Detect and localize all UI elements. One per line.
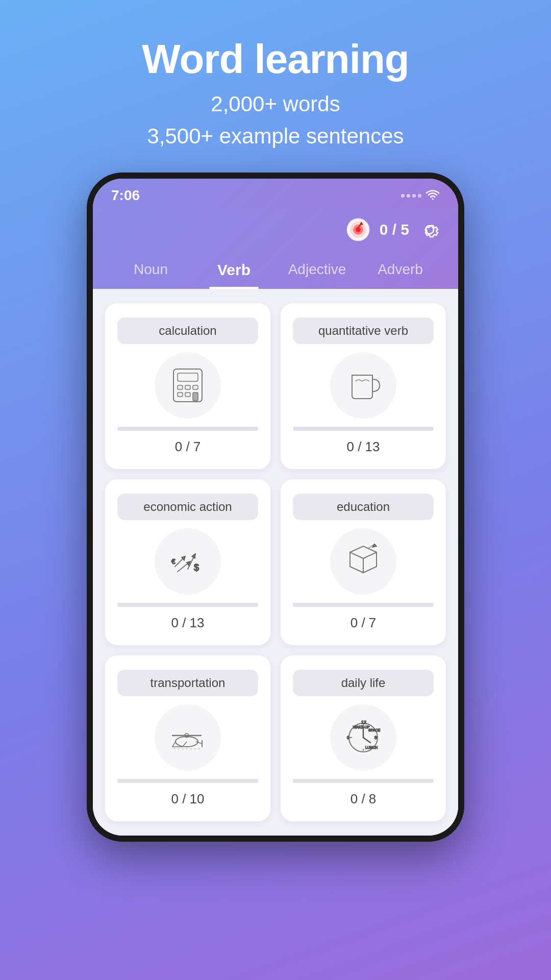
- helicopter-icon: [167, 717, 208, 758]
- card-progress-economic: [117, 603, 258, 607]
- card-label-economic: economic action: [117, 494, 258, 520]
- svg-text:$: $: [194, 562, 199, 573]
- card-icon-quantitative: [330, 352, 396, 419]
- svg-rect-9: [185, 385, 190, 389]
- svg-rect-10: [193, 385, 198, 389]
- card-icon-calculation: [155, 352, 221, 419]
- svg-rect-13: [193, 393, 198, 401]
- tab-verb[interactable]: Verb: [192, 253, 276, 289]
- card-label-quantitative: quantitative verb: [293, 317, 434, 344]
- card-progress-education: [293, 603, 434, 607]
- card-icon-education: [330, 528, 396, 595]
- svg-text:3: 3: [374, 735, 377, 740]
- card-label-transportation: transportation: [117, 670, 258, 696]
- card-label-education: education: [293, 494, 434, 520]
- card-score-quantitative: 0 / 13: [346, 439, 380, 455]
- svg-marker-23: [372, 544, 377, 547]
- card-label-daily-life: daily life: [293, 670, 434, 696]
- tab-adverb[interactable]: Adverb: [359, 253, 442, 289]
- svg-line-32: [363, 738, 370, 743]
- svg-text:LUNCH: LUNCH: [365, 746, 378, 749]
- score-display: 0 / 5: [380, 221, 409, 238]
- cards-grid: calculation: [105, 303, 446, 821]
- card-score-economic: 0 / 13: [171, 615, 204, 631]
- target-icon: [345, 216, 371, 243]
- status-time: 7:06: [111, 187, 140, 204]
- mug-icon: [343, 365, 384, 406]
- card-education[interactable]: education 0 / 7: [281, 479, 446, 645]
- clock-icon: 12 3 9 WAKE-UP LUNCH SPACE: [343, 717, 384, 758]
- book-icon: [343, 541, 384, 582]
- svg-rect-12: [185, 393, 190, 397]
- status-icons: [401, 190, 440, 201]
- svg-text:9: 9: [347, 735, 349, 740]
- card-economic-action[interactable]: economic action $ €: [105, 479, 270, 645]
- svg-rect-7: [178, 373, 198, 381]
- card-quantitative-verb[interactable]: quantitative verb 0 / 13: [281, 303, 446, 469]
- card-transportation[interactable]: transportation: [105, 655, 270, 821]
- svg-rect-11: [178, 393, 183, 397]
- card-score-education: 0 / 7: [350, 615, 377, 631]
- wifi-icon: [425, 190, 440, 201]
- card-icon-economic: $ €: [155, 528, 221, 595]
- svg-text:SPACE: SPACE: [368, 728, 381, 732]
- app-title: Word learning: [142, 36, 409, 83]
- svg-text:12: 12: [361, 720, 366, 725]
- card-progress-calculation: [117, 427, 258, 431]
- phone-frame: 7:06: [87, 173, 464, 842]
- header-section: Word learning 2,000+ words 3,500+ exampl…: [142, 0, 409, 173]
- calculator-icon: [167, 365, 208, 406]
- card-label-calculation: calculation: [117, 317, 258, 344]
- card-icon-transportation: [155, 704, 221, 771]
- signal-dots: [401, 194, 421, 198]
- card-calculation[interactable]: calculation: [105, 303, 270, 469]
- phone-screen: 7:06: [93, 179, 458, 836]
- svg-text:WAKE-UP: WAKE-UP: [353, 725, 370, 729]
- card-progress-quantitative: [293, 427, 434, 431]
- svg-text:€: €: [171, 557, 176, 566]
- tab-adjective[interactable]: Adjective: [276, 253, 359, 289]
- app-subtitle: 2,000+ words 3,500+ example sentences: [142, 88, 409, 152]
- gear-icon[interactable]: [417, 217, 442, 242]
- card-score-daily-life: 0 / 8: [350, 791, 377, 807]
- tabs-bar: Noun Verb Adjective Adverb: [109, 253, 442, 289]
- card-progress-transportation: [117, 779, 258, 783]
- card-daily-life[interactable]: daily life 1: [281, 655, 446, 821]
- app-header-top: 0 / 5: [109, 216, 442, 243]
- app-header: 0 / 5 Noun Verb Adjective: [93, 208, 458, 289]
- tab-noun[interactable]: Noun: [109, 253, 192, 289]
- card-score-transportation: 0 / 10: [171, 791, 204, 807]
- card-score-calculation: 0 / 7: [175, 439, 201, 455]
- card-icon-daily-life: 12 3 9 WAKE-UP LUNCH SPACE: [330, 704, 396, 771]
- svg-marker-17: [192, 554, 195, 558]
- arrows-icon: $ €: [167, 541, 208, 582]
- card-progress-daily-life: [293, 779, 434, 783]
- content-area: calculation: [93, 289, 458, 836]
- status-bar: 7:06: [93, 179, 458, 208]
- svg-rect-8: [178, 385, 183, 389]
